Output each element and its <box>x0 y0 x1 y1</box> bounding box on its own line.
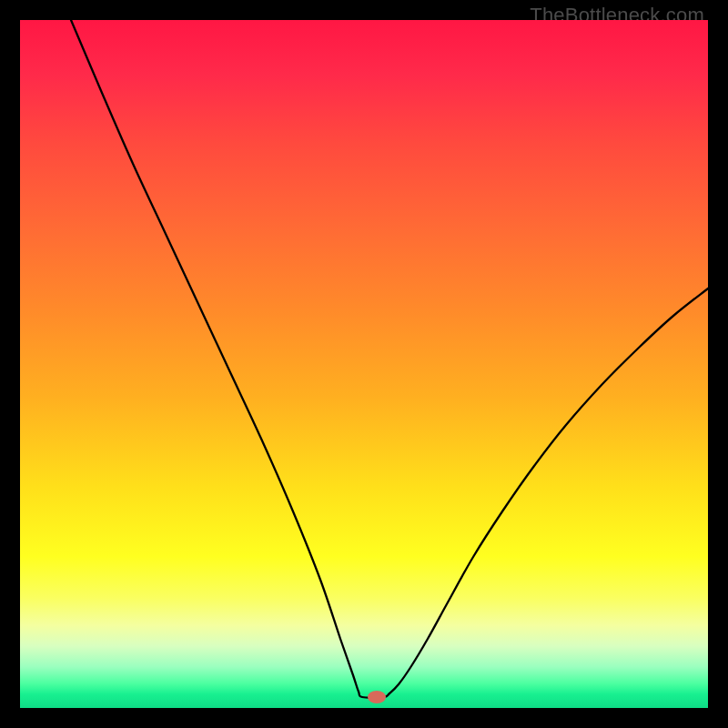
chart-frame: TheBottleneck.com <box>0 0 728 728</box>
optimal-marker <box>368 691 386 703</box>
bottleneck-curve <box>71 20 708 698</box>
curve-svg <box>20 20 708 708</box>
plot-area <box>20 20 708 708</box>
